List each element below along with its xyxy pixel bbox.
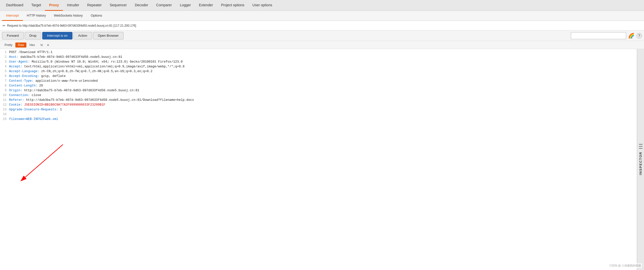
code-line: 2Host: dab3ba75-b7eb-407d-9d63-097d633f4… bbox=[0, 55, 637, 60]
line-content: Upgrade-Insecure-Requests: 1 bbox=[9, 108, 635, 113]
line-number: 8 bbox=[2, 84, 9, 89]
nav-item-user-options[interactable]: User options bbox=[248, 0, 276, 11]
svg-line-1 bbox=[25, 145, 63, 177]
line-number: 1 bbox=[2, 51, 9, 55]
open-browser-button[interactable]: Open Browser bbox=[93, 32, 124, 39]
toolbar: Forward Drop Intercept is on Action Open… bbox=[0, 30, 644, 41]
code-line: 6Accept-Encoding: gzip, deflate bbox=[0, 74, 637, 79]
code-line: 4Accept: text/html,application/xhtml+xml… bbox=[0, 65, 637, 70]
help-icon[interactable]: ? bbox=[636, 33, 642, 38]
code-line: 12Cookie: JSESSIONID=BB1B6C9A77A2F999900… bbox=[0, 103, 637, 108]
line-number: 11 bbox=[2, 98, 9, 103]
sub-nav-item-intercept[interactable]: Intercept bbox=[2, 11, 23, 21]
code-line: 14 bbox=[0, 113, 637, 117]
color-palette-icon: 🌈 bbox=[628, 33, 634, 39]
nav-item-project-options[interactable]: Project options bbox=[217, 0, 249, 11]
intercept-button[interactable]: Intercept is on bbox=[42, 32, 72, 39]
format-tab-newline[interactable]: \n bbox=[38, 42, 46, 48]
format-tabs: PrettyRawHex\n≡ bbox=[0, 41, 644, 49]
sub-nav-item-http-history[interactable]: HTTP history bbox=[23, 11, 50, 21]
line-number: 15 bbox=[2, 117, 9, 122]
code-line: 9Origin: http://dab3ba75-b7eb-407d-9d63-… bbox=[0, 89, 637, 94]
code-line: 5Accept-Language: zh-CN,zh;q=0.8,zh-TW;q… bbox=[0, 70, 637, 74]
line-content: Accept: text/html,application/xhtml+xml,… bbox=[9, 65, 635, 70]
line-content: Referer: http://dab3ba75-b7eb-407d-9d63-… bbox=[9, 98, 635, 103]
request-editor[interactable]: 1POST /Download HTTP/1.12Host: dab3ba75-… bbox=[0, 49, 637, 270]
top-navigation: DashboardTargetProxyIntruderRepeaterSequ… bbox=[0, 0, 644, 11]
nav-item-sequencer[interactable]: Sequencer bbox=[106, 0, 131, 11]
main-content: 1POST /Download HTTP/1.12Host: dab3ba75-… bbox=[0, 49, 644, 270]
line-number: 2 bbox=[2, 55, 9, 60]
line-number: 13 bbox=[2, 108, 9, 113]
nav-item-logger[interactable]: Logger bbox=[176, 0, 195, 11]
forward-button[interactable]: Forward bbox=[2, 32, 24, 39]
line-number: 4 bbox=[2, 65, 9, 70]
line-content: Host: dab3ba75-b7eb-407d-9d63-097d633f4d… bbox=[9, 55, 635, 60]
arrow-annotation bbox=[20, 142, 96, 182]
line-content bbox=[9, 113, 635, 117]
line-number: 5 bbox=[2, 70, 9, 74]
nav-item-dashboard[interactable]: Dashboard bbox=[2, 0, 27, 11]
format-menu-icon[interactable]: ≡ bbox=[47, 43, 49, 47]
watermark: CSDN @ 八块腹肌的视频 bbox=[609, 263, 642, 268]
action-button[interactable]: Action bbox=[73, 32, 92, 39]
sub-nav-item-options[interactable]: Options bbox=[87, 11, 106, 21]
code-line: 7Content-Type: application/x-www-form-ur… bbox=[0, 79, 637, 84]
line-number: 14 bbox=[2, 113, 9, 117]
line-content: Accept-Language: zh-CN,zh;q=0.8,zh-TW;q=… bbox=[9, 70, 635, 74]
line-number: 7 bbox=[2, 79, 9, 84]
line-content: Content-Length: 26 bbox=[9, 84, 635, 89]
line-content: Content-Type: application/x-www-form-url… bbox=[9, 79, 635, 84]
sub-nav-item-ws-history[interactable]: WebSockets history bbox=[50, 11, 87, 21]
format-tab-hex[interactable]: Hex bbox=[27, 42, 37, 48]
line-number: 12 bbox=[2, 103, 9, 108]
line-content: Cookie: JSESSIONID=BB1B6C9A77A2F99990086… bbox=[9, 103, 635, 108]
nav-item-target[interactable]: Target bbox=[27, 0, 45, 11]
line-number: 10 bbox=[2, 94, 9, 98]
inspector-panel: INSPECTOR bbox=[637, 49, 644, 270]
code-line: 3User-Agent: Mozilla/5.0 (Windows NT 10.… bbox=[0, 60, 637, 65]
code-line: 8Content-Length: 26 bbox=[0, 84, 637, 89]
line-content: POST /Download HTTP/1.1 bbox=[9, 51, 635, 55]
line-number: 6 bbox=[2, 74, 9, 79]
line-content: User-Agent: Mozilla/5.0 (Windows NT 10.0… bbox=[9, 60, 635, 65]
line-number: 9 bbox=[2, 89, 9, 94]
inspector-label: INSPECTOR bbox=[639, 152, 642, 175]
sub-navigation: InterceptHTTP historyWebSockets historyO… bbox=[0, 11, 644, 21]
line-content: Origin: http://dab3ba75-b7eb-407d-9d63-0… bbox=[9, 89, 635, 94]
search-input[interactable] bbox=[571, 32, 626, 39]
line-number: 3 bbox=[2, 60, 9, 65]
nav-item-extender[interactable]: Extender bbox=[195, 0, 217, 11]
line-content: Accept-Encoding: gzip, deflate bbox=[9, 74, 635, 79]
line-content: Connection: close bbox=[9, 94, 635, 98]
nav-item-comparer[interactable]: Comparer bbox=[152, 0, 176, 11]
nav-item-repeater[interactable]: Repeater bbox=[83, 0, 106, 11]
code-line: 11Referer: http://dab3ba75-b7eb-407d-9d6… bbox=[0, 98, 637, 103]
request-url: Request to http://dab3ba75-b7eb-407d-9d6… bbox=[7, 24, 136, 27]
line-content: filename=WEB-INF%2Fweb.xml bbox=[9, 117, 635, 122]
format-tab-pretty[interactable]: Pretty bbox=[2, 42, 15, 48]
format-tab-raw[interactable]: Raw bbox=[15, 42, 26, 48]
edit-icon: ✏ bbox=[3, 24, 6, 28]
nav-item-intruder[interactable]: Intruder bbox=[63, 0, 83, 11]
nav-item-proxy[interactable]: Proxy bbox=[45, 0, 63, 11]
nav-item-decoder[interactable]: Decoder bbox=[131, 0, 152, 11]
code-line: 13Upgrade-Insecure-Requests: 1 bbox=[0, 108, 637, 113]
request-bar: ✏ Request to http://dab3ba75-b7eb-407d-9… bbox=[0, 21, 644, 30]
code-line: 10Connection: close bbox=[0, 94, 637, 98]
code-line: 15filename=WEB-INF%2Fweb.xml bbox=[0, 117, 637, 122]
drop-button[interactable]: Drop bbox=[25, 32, 41, 39]
code-line: 1POST /Download HTTP/1.1 bbox=[0, 51, 637, 55]
